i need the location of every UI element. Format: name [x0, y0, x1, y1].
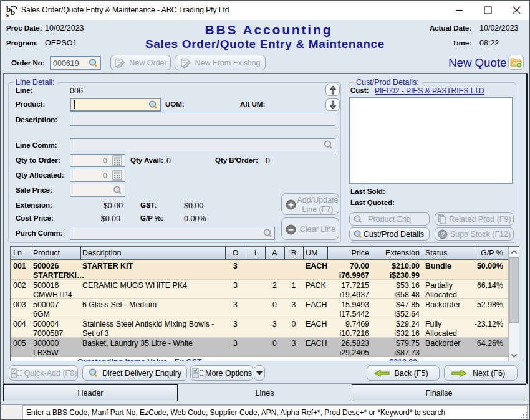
svg-text:?: ?: [440, 231, 445, 238]
svg-text:s: s: [6, 11, 9, 17]
svg-text:b: b: [11, 7, 15, 17]
